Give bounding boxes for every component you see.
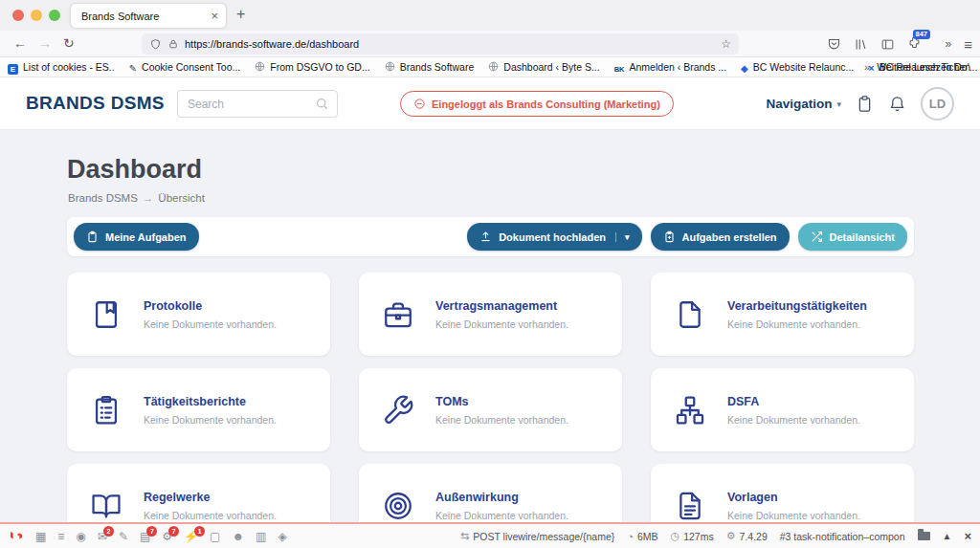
window-close-button[interactable]	[12, 10, 24, 21]
new-tab-button[interactable]: +	[236, 6, 245, 23]
bookmark-item[interactable]: From DSGVO to GD...	[255, 58, 369, 76]
pocket-icon[interactable]	[827, 37, 841, 52]
target-icon	[382, 490, 414, 522]
debug-tools: ▦≡◉✉2✎▤7⚙7⚡1▢☻▥◈	[9, 529, 287, 544]
library-icon[interactable]	[854, 37, 868, 52]
tool-badge: 7	[146, 526, 157, 537]
dashboard-card[interactable]: TätigkeitsberichteKeine Dokumente vorhan…	[67, 368, 330, 451]
bookmark-star-icon[interactable]: ☆	[721, 37, 731, 51]
bookmark-label: Brands Software	[400, 61, 475, 73]
bookmark-label: Dashboard ‹ Byte S...	[503, 61, 599, 73]
dashboard-card[interactable]: VerarbeitungstätigkeitenKeine Dokumente …	[651, 273, 914, 356]
bookmark-label: List of cookies - ES..	[23, 61, 115, 73]
lock-icon[interactable]	[167, 38, 179, 50]
bookmark-label: From DSGVO to GD...	[270, 61, 369, 73]
avatar[interactable]: LD	[921, 87, 954, 121]
bookmark-label: Cookie Consent Too...	[142, 61, 240, 73]
bookmark-item[interactable]: ✎Cookie Consent Too...	[129, 58, 241, 76]
dashboard-card[interactable]: VorlagenKeine Dokumente vorhanden.	[651, 464, 914, 522]
reload-icon[interactable]: ↻	[63, 35, 75, 51]
memory-label: 6MB	[637, 531, 658, 542]
tag-tool-icon[interactable]: ◈	[278, 531, 286, 542]
card-title: Regelwerke	[144, 491, 277, 504]
navigation-dropdown[interactable]: Navigation ▾	[766, 97, 841, 111]
memory-usage[interactable]: ◔6MB	[627, 531, 657, 542]
user-tool-icon[interactable]: ☻	[232, 531, 244, 542]
monitor-tool-icon[interactable]: ▢	[210, 531, 220, 542]
app-logo[interactable]: BRANDS DSMS	[26, 93, 165, 114]
request-label: POST livewire/message/{name}	[473, 531, 614, 542]
cards-grid: ProtokolleKeine Dokumente vorhanden.Vert…	[67, 273, 914, 522]
laravel-icon[interactable]	[9, 529, 24, 544]
dashboard-card[interactable]: RegelwerkeKeine Dokumente vorhanden.	[67, 464, 330, 522]
pen-tool-icon[interactable]: ✎	[119, 531, 128, 542]
bookmark-item[interactable]: ◆BC Website Relaunc...	[741, 58, 854, 76]
gears-tool-icon[interactable]: ⚙7	[162, 531, 172, 542]
debug-context[interactable]: #3 task-notification–compon	[780, 531, 905, 542]
mail-tool-icon[interactable]: ✉2	[98, 531, 107, 542]
dropdown-caret-icon[interactable]: ▾	[615, 232, 630, 242]
extension-badge: 847	[913, 30, 930, 40]
browser-tab[interactable]: Brands Software ×	[71, 4, 226, 28]
url-bar[interactable]: https://brands-software.de/dashboard ☆	[142, 33, 739, 55]
bookmark-item[interactable]: Dashboard ‹ Byte S...	[488, 58, 599, 76]
template-icon	[674, 490, 706, 522]
window-minimize-button[interactable]	[31, 10, 42, 21]
dashboard-card[interactable]: AußenwirkungKeine Dokumente vorhanden.	[359, 464, 622, 522]
session-badge-label: Eingeloggt als Brands Consulting (Market…	[432, 99, 660, 110]
create-tasks-button[interactable]: Aufgaben erstellen	[651, 223, 790, 251]
collapse-icon[interactable]: ▲	[943, 531, 952, 541]
extension-icon[interactable]: 847	[907, 35, 922, 54]
dashboard-card[interactable]: ProtokolleKeine Dokumente vorhanden.	[67, 273, 330, 356]
shield-icon[interactable]	[149, 38, 162, 51]
close-icon[interactable]: ×	[964, 529, 971, 543]
dashboard-card[interactable]: VertragsmanagementKeine Dokumente vorhan…	[359, 273, 622, 356]
session-badge[interactable]: Eingeloggt als Brands Consulting (Market…	[400, 91, 674, 117]
search-box	[177, 90, 338, 118]
sidebar-icon[interactable]	[880, 37, 895, 52]
upload-document-label: Dokument hochladen	[499, 231, 606, 243]
pen-favicon-icon: ✎	[129, 58, 137, 76]
dashboard-card[interactable]: TOMsKeine Dokumente vorhanden.	[359, 368, 622, 451]
search-input[interactable]	[177, 90, 338, 118]
layers-tool-icon[interactable]: ▤7	[140, 531, 150, 542]
request-info[interactable]: ⇆POST livewire/message/{name}	[460, 530, 614, 542]
bookmark-item[interactable]: Brands Software	[385, 58, 475, 76]
gear-icon: ⚙	[726, 530, 736, 542]
php-version[interactable]: ⚙7.4.29	[726, 530, 768, 542]
upload-document-button[interactable]: Dokument hochladen ▾	[467, 223, 641, 251]
bookmark-item[interactable]: BKAnmelden ‹ Brands ...	[614, 58, 726, 76]
bookmark-item[interactable]: EList of cookies - ES..	[8, 58, 115, 76]
card-title: Vorlagen	[727, 491, 860, 504]
detail-view-button[interactable]: Detailansicht	[798, 223, 907, 251]
clipboard-icon[interactable]	[856, 95, 874, 113]
route-icon: ⇆	[460, 530, 469, 542]
folder-icon[interactable]	[918, 532, 930, 540]
forward-icon[interactable]: →	[38, 35, 52, 51]
back-icon[interactable]: ←	[13, 35, 27, 51]
clock-icon: ◷	[671, 530, 680, 542]
grid-tool-icon[interactable]: ▦	[35, 531, 46, 542]
page-title: Dashboard	[67, 155, 202, 185]
archive-tool-icon[interactable]: ▥	[256, 531, 266, 542]
window-zoom-button[interactable]	[49, 10, 60, 21]
card-subtitle: Keine Dokumente vorhanden.	[727, 510, 860, 521]
list-tool-icon[interactable]: ≡	[57, 531, 64, 542]
book-icon	[90, 298, 122, 331]
bell-icon[interactable]	[888, 95, 906, 113]
overflow-chevron-icon[interactable]: »	[946, 37, 952, 51]
context-label: #3 task-notification–compon	[780, 531, 905, 542]
dashboard-card[interactable]: DSFAKeine Dokumente vorhanden.	[651, 368, 914, 451]
tab-close-icon[interactable]: ×	[211, 10, 218, 22]
breadcrumb-root[interactable]: Brands DSMS	[68, 192, 138, 204]
more-bookmarks[interactable]: » Weitere Lesezeichen	[864, 61, 970, 73]
menu-icon[interactable]: ≡	[964, 36, 972, 53]
request-duration[interactable]: ◷127ms	[671, 530, 714, 542]
card-title: Vertragsmanagement	[435, 299, 568, 313]
url-text[interactable]: https://brands-software.de/dashboard	[185, 38, 715, 50]
bolt-tool-icon[interactable]: ⚡1	[184, 531, 198, 542]
bug-tool-icon[interactable]: ◉	[76, 531, 85, 542]
my-tasks-button[interactable]: Meine Aufgaben	[74, 223, 199, 251]
tool-badge: 7	[168, 526, 179, 537]
detail-view-label: Detailansicht	[830, 231, 895, 243]
